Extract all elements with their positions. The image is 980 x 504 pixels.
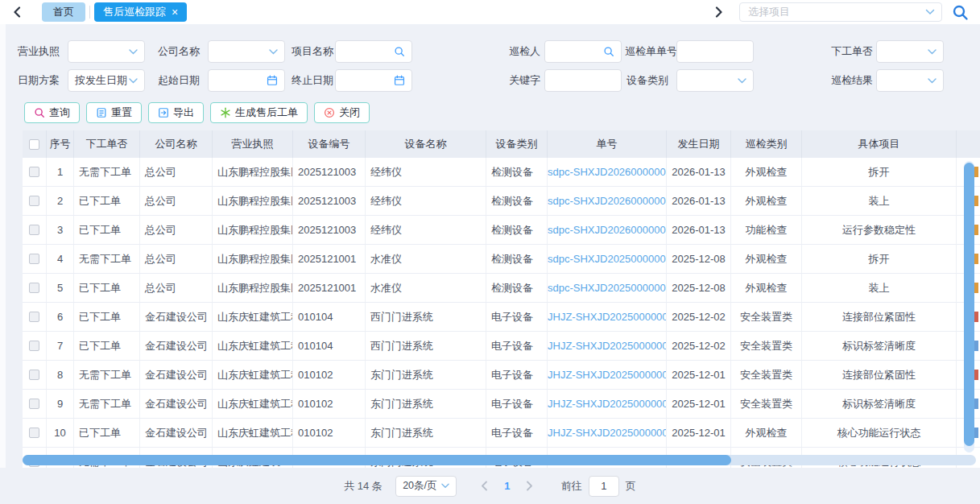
date-scheme-select[interactable]: 按发生日期 (68, 69, 145, 92)
cell-license: 山东鹏程控股集团有 (213, 187, 293, 215)
end-date-label: 终止日期 (292, 73, 335, 88)
order-link[interactable]: JHJZ-SHXJD20250000003 (548, 340, 667, 352)
cell-work-order: 无需下工单 (74, 390, 140, 418)
work-order-flag-select[interactable] (876, 40, 944, 63)
current-page[interactable]: 1 (495, 480, 519, 492)
inspection-result-select[interactable] (876, 69, 944, 92)
inspection-order-no-input[interactable] (676, 40, 754, 63)
cell-order-no: JHJZ-SHXJD20250000002 (548, 419, 667, 447)
cell-company: 总公司 (140, 245, 213, 273)
row-checkbox[interactable] (29, 283, 39, 293)
vertical-scrollbar[interactable] (964, 161, 974, 452)
cell-index: 2 (47, 187, 74, 215)
row-checkbox[interactable] (29, 167, 39, 177)
vertical-scrollbar-thumb[interactable] (964, 163, 974, 446)
cell-date: 2025-12-01 (667, 390, 731, 418)
order-link[interactable]: sdpc-SHXJD20250000003 (548, 253, 667, 265)
order-link[interactable]: sdpc-SHXJD20250000003 (548, 282, 667, 294)
order-link[interactable]: JHJZ-SHXJD20250000002 (548, 427, 667, 439)
device-category-select[interactable] (676, 69, 754, 92)
row-checkbox[interactable] (29, 196, 39, 206)
table-row: 4 无需下工单 总公司 山东鹏程控股集团有 2025121001 水准仪 检测设… (23, 245, 980, 274)
inspector-input[interactable] (544, 40, 622, 63)
order-link[interactable]: JHJZ-SHXJD20250000002 (548, 369, 667, 381)
row-checkbox[interactable] (29, 254, 39, 264)
row-checkbox[interactable] (29, 370, 39, 380)
business-license-label: 营业执照 (13, 44, 68, 59)
horizontal-scrollbar[interactable] (23, 455, 976, 465)
cell-company: 金石建设公司 (140, 303, 213, 331)
row-checkbox-cell (23, 187, 47, 215)
tab-close-icon[interactable]: × (172, 6, 178, 18)
tab-home[interactable]: 首页 (42, 2, 85, 22)
cell-inspect-type: 外观检查 (731, 245, 802, 273)
project-name-input[interactable] (335, 40, 412, 63)
prev-page-button[interactable] (474, 476, 495, 497)
query-button-label: 查询 (49, 105, 70, 120)
close-button[interactable]: 关闭 (314, 102, 370, 123)
row-checkbox[interactable] (29, 399, 39, 409)
tabs-scroll-right-button[interactable] (710, 3, 728, 21)
order-link[interactable]: JHJZ-SHXJD20250000003 (548, 311, 667, 323)
cell-device-type: 检测设备 (486, 216, 548, 244)
row-checkbox-cell (23, 390, 47, 418)
project-search-button[interactable] (952, 4, 969, 21)
page-size-select[interactable]: 20条/页 (395, 476, 457, 497)
order-link[interactable]: JHJZ-SHXJD20250000002 (548, 398, 667, 410)
search-icon[interactable] (603, 46, 614, 57)
order-link[interactable]: sdpc-SHXJD20260000001 (548, 166, 667, 178)
select-all-checkbox[interactable] (29, 139, 39, 150)
next-page-button[interactable] (519, 476, 540, 497)
search-icon[interactable] (394, 46, 405, 57)
project-select[interactable]: 选择项目 (739, 2, 942, 22)
business-license-select[interactable] (68, 40, 145, 63)
cell-work-order: 无需下工单 (74, 361, 140, 389)
cell-order-no: JHJZ-SHXJD20250000002 (548, 361, 667, 389)
order-link[interactable]: sdpc-SHXJD20260000001 (548, 224, 667, 236)
cell-date: 2025-12-01 (667, 419, 731, 447)
cell-inspect-type: 功能检查 (731, 216, 802, 244)
calendar-icon[interactable] (267, 75, 278, 86)
cell-device-no: 010102 (293, 419, 366, 447)
reset-button[interactable]: 重置 (86, 102, 142, 123)
end-date-input[interactable] (335, 69, 412, 92)
cell-license: 山东庆虹建筑工程有 (213, 332, 293, 360)
cell-company: 金石建设公司 (140, 419, 213, 447)
keyword-label: 关键字 (509, 73, 544, 88)
start-date-input[interactable] (208, 69, 285, 92)
goto-page-input[interactable] (589, 476, 619, 497)
row-checkbox[interactable] (29, 428, 39, 438)
tabs-scroll-left-button[interactable] (8, 3, 26, 21)
table-row: 8 无需下工单 金石建设公司 山东庆虹建筑工程有 010102 东门门进系统 电… (23, 361, 980, 390)
generate-work-order-button[interactable]: 生成售后工单 (210, 102, 308, 123)
table-header-row: 序号 下工单否 公司名称 营业执照 设备编号 设备名称 设备类别 单号 发生日期… (23, 130, 980, 158)
cell-license: 山东庆虹建筑工程有 (213, 390, 293, 418)
cell-company: 金石建设公司 (140, 361, 213, 389)
cell-index: 9 (47, 390, 74, 418)
inspector-label: 巡检人 (509, 44, 544, 59)
export-button[interactable]: 导出 (148, 102, 204, 123)
cell-work-order: 已下工单 (74, 419, 140, 447)
row-checkbox[interactable] (29, 312, 39, 322)
horizontal-scrollbar-thumb[interactable] (23, 455, 731, 465)
cell-item: 拆开 (802, 158, 957, 186)
query-button[interactable]: 查询 (24, 102, 80, 123)
cell-device-no: 2025121001 (293, 274, 366, 302)
keyword-input[interactable] (544, 69, 622, 92)
chevron-down-icon (269, 49, 278, 55)
cell-device-type: 电子设备 (486, 361, 548, 389)
calendar-icon[interactable] (394, 75, 405, 86)
row-checkbox[interactable] (29, 341, 39, 351)
header-company: 公司名称 (140, 130, 213, 158)
company-name-select[interactable] (208, 40, 285, 63)
row-checkbox[interactable] (29, 225, 39, 235)
order-link[interactable]: sdpc-SHXJD20260000001 (548, 195, 667, 207)
goto-label: 前往 (561, 479, 582, 494)
chevron-left-icon (481, 481, 488, 491)
pager: 1 (474, 476, 540, 497)
tab-after-sales-inspection[interactable]: 售后巡检跟踪 × (94, 2, 187, 22)
cell-device-type: 检测设备 (486, 158, 548, 186)
cell-order-no: sdpc-SHXJD20260000001 (548, 216, 667, 244)
table-row: 1 无需下工单 总公司 山东鹏程控股集团有 2025121003 经纬仪 检测设… (23, 158, 980, 187)
chevron-right-icon (715, 6, 723, 18)
